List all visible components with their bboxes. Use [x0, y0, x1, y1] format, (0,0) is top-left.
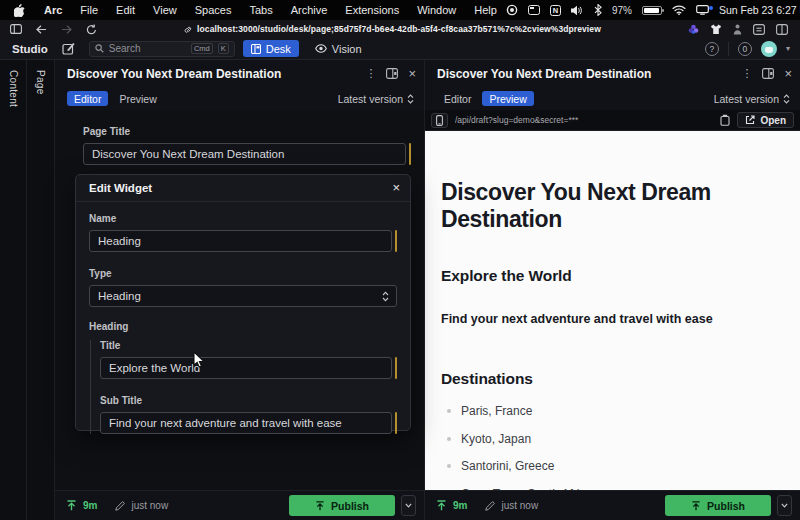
- dialog-close-icon[interactable]: ×: [392, 183, 400, 193]
- url-text: localhost:3000/studio/desk/page;85d75f7d…: [197, 24, 601, 34]
- destination-text: Kyoto, Japan: [461, 432, 531, 446]
- split-view-icon[interactable]: [776, 24, 788, 35]
- menu-edit[interactable]: Edit: [107, 4, 144, 16]
- display-icon[interactable]: [696, 5, 709, 15]
- preview-tab[interactable]: Preview: [482, 91, 533, 106]
- preview-lead: Find your next adventure and travel with…: [441, 312, 780, 326]
- publish-age: 9m: [83, 500, 97, 511]
- menu-kebab-icon[interactable]: ⋮: [741, 67, 752, 80]
- destinations-list: Paris, France Kyoto, Japan Santorini, Gr…: [441, 404, 780, 490]
- close-pane-icon[interactable]: ×: [784, 69, 792, 79]
- publish-button[interactable]: Publish: [665, 495, 771, 516]
- sidebar-tab-page[interactable]: Page: [27, 60, 55, 520]
- help-icon[interactable]: ?: [705, 42, 719, 56]
- avatar-chevron-icon[interactable]: ▾: [786, 44, 790, 53]
- close-pane-icon[interactable]: ×: [408, 69, 416, 79]
- type-select[interactable]: Heading: [89, 285, 397, 307]
- studio-brand: Studio: [12, 43, 48, 55]
- link-icon: [184, 25, 193, 34]
- change-indicator[interactable]: [409, 143, 411, 165]
- menu-file[interactable]: File: [71, 4, 107, 16]
- menu-window[interactable]: Window: [408, 4, 465, 16]
- preview-toolbar: /api/draft?slug=demo&secret=*** Open: [425, 110, 800, 131]
- publish-label: Publish: [707, 500, 745, 512]
- tab-desk[interactable]: Desk: [243, 40, 299, 57]
- list-item: Santorini, Greece: [441, 459, 780, 473]
- studio-header: Studio Search Cmd K Desk Vision ? 0 ▾: [0, 38, 800, 60]
- publish-status-icon: [436, 500, 447, 511]
- mouse-cursor: [193, 351, 205, 369]
- menu-view[interactable]: View: [144, 4, 186, 16]
- publish-menu-chevron[interactable]: [401, 495, 416, 516]
- preview-destinations-heading: Destinations: [441, 370, 780, 388]
- menu-kebab-icon[interactable]: ⋮: [365, 67, 376, 80]
- search-input[interactable]: Search Cmd K: [89, 41, 235, 57]
- edit-widget-dialog: Edit Widget × Name Heading Type Heading: [75, 174, 411, 431]
- destination-text: Paris, France: [461, 404, 532, 418]
- sidebar-tab-content[interactable]: Content: [0, 60, 27, 520]
- notifications-badge[interactable]: 0: [738, 42, 752, 56]
- subtitle-input[interactable]: Find your next adventure and travel with…: [100, 412, 392, 434]
- change-indicator[interactable]: [395, 230, 397, 252]
- menu-spaces[interactable]: Spaces: [186, 4, 241, 16]
- menu-arc[interactable]: Arc: [35, 4, 71, 16]
- page-title-input[interactable]: Discover You Next Dream Destination: [83, 143, 406, 165]
- stepper-icon: [783, 94, 790, 104]
- list-item: Paris, France: [441, 404, 780, 418]
- bluetooth-icon[interactable]: [594, 4, 602, 16]
- version-select[interactable]: Latest version: [714, 93, 790, 105]
- edit-pencil-icon: [485, 501, 495, 511]
- tab-vision[interactable]: Vision: [307, 40, 370, 57]
- volume-icon[interactable]: [571, 5, 584, 16]
- forward-icon[interactable]: [61, 25, 72, 34]
- editor-tab[interactable]: Editor: [437, 91, 478, 106]
- notion-icon[interactable]: N: [550, 5, 561, 16]
- change-indicator[interactable]: [395, 412, 397, 434]
- preview-h1: Discover You Next Dream Destination: [441, 179, 741, 233]
- address-bar[interactable]: localhost:3000/studio/desk/page;85d75f7d…: [97, 24, 688, 34]
- title-input[interactable]: Explore the World: [100, 357, 392, 379]
- copy-icon[interactable]: [720, 114, 730, 126]
- open-button[interactable]: Open: [737, 112, 794, 128]
- split-pane-icon[interactable]: [386, 68, 398, 79]
- document-title: Discover You Next Dream Destination: [67, 67, 365, 81]
- sidebar-toggle-icon[interactable]: [10, 24, 22, 34]
- extension-pinwheel-icon[interactable]: [688, 24, 699, 35]
- record-icon[interactable]: [506, 4, 518, 16]
- preview-frame: Discover You Next Dream Destination Expl…: [425, 131, 800, 490]
- apple-icon[interactable]: [14, 4, 25, 17]
- page-title-label: Page Title: [83, 126, 411, 137]
- preview-tab[interactable]: Preview: [112, 91, 163, 106]
- wifi-icon[interactable]: [672, 5, 686, 15]
- menu-tabs[interactable]: Tabs: [240, 4, 281, 16]
- mobile-preview-icon[interactable]: [431, 113, 448, 128]
- main-area: Content Page Discover You Next Dream Des…: [0, 60, 800, 520]
- edited-time: just now: [501, 500, 538, 511]
- menu-extensions[interactable]: Extensions: [336, 4, 408, 16]
- subtitle-label: Sub Title: [100, 395, 397, 406]
- publish-button[interactable]: Publish: [289, 495, 395, 516]
- extension-person-icon[interactable]: [733, 24, 742, 35]
- publish-menu-chevron[interactable]: [777, 495, 792, 516]
- edit-pencil-icon: [115, 501, 125, 511]
- split-pane-icon[interactable]: [762, 68, 774, 79]
- version-select[interactable]: Latest version: [338, 93, 414, 105]
- bullet-icon: [447, 409, 451, 413]
- edited-time: just now: [131, 500, 168, 511]
- compose-icon[interactable]: [62, 42, 75, 55]
- reader-icon[interactable]: [753, 24, 765, 35]
- extension-shirt-icon[interactable]: [710, 24, 722, 35]
- editor-tab[interactable]: Editor: [67, 91, 108, 106]
- avatar[interactable]: [761, 41, 777, 57]
- menu-help[interactable]: Help: [465, 4, 506, 16]
- shortcut-cmd-badge: Cmd: [191, 43, 213, 54]
- change-indicator[interactable]: [395, 357, 397, 379]
- reload-icon[interactable]: [86, 24, 97, 35]
- window-manager-icon[interactable]: [528, 5, 540, 15]
- content-tab-label: Content: [8, 70, 19, 520]
- back-icon[interactable]: [36, 25, 47, 34]
- name-input[interactable]: Heading: [89, 230, 392, 252]
- menubar-clock[interactable]: Sun Feb 23 6:27 PM: [719, 4, 800, 16]
- menu-archive[interactable]: Archive: [282, 4, 337, 16]
- battery-icon[interactable]: [642, 6, 662, 15]
